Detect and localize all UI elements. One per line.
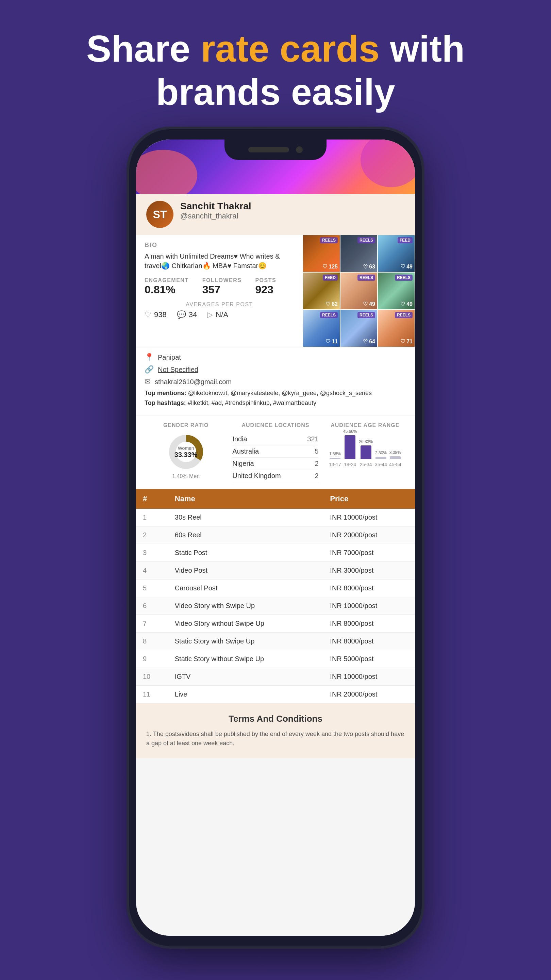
profile-section: ST Sanchit Thakral @sanchit_thakral <box>136 194 415 235</box>
followers-value: 357 <box>202 283 242 296</box>
grid-cell-9: REELS ♡ 71 <box>378 310 415 347</box>
age-bar-13-17: 1.68% 13-17 <box>329 452 341 467</box>
image-grid: REELS ♡ 125 REELS ♡ 63 <box>303 235 415 347</box>
rate-table: # Name Price 130s ReelINR 10000/post260s… <box>136 489 415 703</box>
averages-label: AVERAGES PER POST <box>144 301 294 308</box>
phone-frame: ST Sanchit Thakral @sanchit_thakral BIO … <box>129 129 422 946</box>
rate-table-body: 130s ReelINR 10000/post260s ReelINR 2000… <box>136 509 415 703</box>
analytics-section: GENDER RATIO Women 33.33% <box>136 415 415 489</box>
location-india: India 321 <box>232 433 318 445</box>
location-item: 📍 Panipat <box>144 353 407 362</box>
link-icon: 🔗 <box>144 365 154 374</box>
grid-cell-4: FEED ♡ 62 <box>303 272 340 310</box>
posts-value: 923 <box>255 283 276 296</box>
table-row: 9Static Story without Swipe UpINR 5000/p… <box>136 650 415 668</box>
donut-label: Women 33.33% <box>175 445 198 459</box>
location-list: India 321 Australia 5 Nigeria 2 <box>232 433 318 482</box>
cell-tag-6: REELS <box>395 275 413 281</box>
phone-screen: ST Sanchit Thakral @sanchit_thakral BIO … <box>136 140 415 936</box>
bio-section: BIO A man with Unlimited Dreams♥ Who wri… <box>136 235 303 347</box>
cell-likes-6: ♡ 49 <box>400 301 413 307</box>
avg-likes: ♡ 938 <box>144 310 167 319</box>
email-item: ✉ sthakral2610@gmail.com <box>144 377 407 386</box>
table-row: 260s ReelINR 20000/post <box>136 527 415 544</box>
stat-followers: FOLLOWERS 357 <box>202 277 242 296</box>
cell-likes-3: ♡ 49 <box>400 263 413 270</box>
avatar: ST <box>146 201 173 228</box>
notch-speaker <box>248 147 289 153</box>
grid-cell-7: REELS ♡ 11 <box>303 310 340 347</box>
heart-icon: ♡ <box>144 310 151 319</box>
contact-section: 📍 Panipat 🔗 Not Specified ✉ sthakral2610… <box>136 347 415 415</box>
grid-cell-8: REELS ♡ 64 <box>340 310 378 347</box>
image-row-1: REELS ♡ 125 REELS ♡ 63 <box>303 235 415 272</box>
age-chart-wrapper: 1.68% 13-17 45.66% 18-24 <box>322 433 408 467</box>
image-row-2: FEED ♡ 62 REELS ♡ 49 R <box>303 272 415 310</box>
location-icon: 📍 <box>144 353 154 362</box>
cell-likes-8: ♡ 64 <box>363 338 375 345</box>
rate-table-header: # Name Price <box>136 489 415 509</box>
cell-likes-5: ♡ 49 <box>363 301 375 307</box>
age-chart-bars: 1.68% 13-17 45.66% 18-24 <box>329 433 401 467</box>
stats-row: ENGAGEMENT 0.81% FOLLOWERS 357 POSTS 923 <box>144 277 294 296</box>
cell-likes-4: ♡ 62 <box>326 301 338 307</box>
age-bar-18-24: 45.66% 18-24 <box>343 429 357 467</box>
table-row: 4Video PostINR 3000/post <box>136 562 415 579</box>
image-row-3: REELS ♡ 11 REELS ♡ 64 <box>303 310 415 347</box>
profile-info: Sanchit Thakral @sanchit_thakral <box>180 201 251 221</box>
col-price-header: Price <box>323 489 415 509</box>
gender-ratio-card: GENDER RATIO Women 33.33% <box>143 422 229 482</box>
age-range-card: AUDIENCE AGE RANGE 1.68% 13-17 <box>322 422 408 482</box>
cell-tag-4: FEED <box>323 275 338 281</box>
location-uk: United Kingdom 2 <box>232 470 318 482</box>
averages-section: AVERAGES PER POST ♡ 938 💬 34 <box>144 301 294 319</box>
header-title: Share rate cards with brands easily <box>21 27 530 113</box>
top-mentions: Top mentions: @liketoknow.it, @marykates… <box>144 390 407 397</box>
play-icon: ▷ <box>207 310 213 319</box>
cell-likes-7: ♡ 11 <box>326 338 338 345</box>
not-specified-item: 🔗 Not Specified <box>144 365 407 374</box>
audience-locations-title: AUDIENCE LOCATIONS <box>232 422 318 428</box>
table-row: 8Static Story with Swipe UpINR 8000/post <box>136 633 415 650</box>
content-area: BIO A man with Unlimited Dreams♥ Who wri… <box>136 235 415 347</box>
terms-section: Terms And Conditions 1. The posts/videos… <box>136 703 415 758</box>
cell-tag-7: REELS <box>320 312 338 318</box>
table-row: 7Video Story without Swipe UpINR 8000/po… <box>136 615 415 633</box>
cell-likes-1: ♡ 125 <box>322 263 338 270</box>
location-australia: Australia 5 <box>232 445 318 458</box>
engagement-value: 0.81% <box>144 283 189 296</box>
table-row: 11LiveINR 20000/post <box>136 686 415 703</box>
avg-comments: 💬 34 <box>177 310 197 319</box>
page-background: Share rate cards with brands easily <box>0 0 551 980</box>
donut-container: Women 33.33% 1.40% Men <box>143 433 229 479</box>
profile-name: Sanchit Thakral <box>180 201 251 212</box>
table-row: 5Carousel PostINR 8000/post <box>136 579 415 597</box>
cell-tag-1: REELS <box>320 237 338 243</box>
cell-likes-9: ♡ 71 <box>400 338 413 345</box>
bio-text: A man with Unlimited Dreams♥ Who writes … <box>144 251 294 270</box>
grid-cell-1: REELS ♡ 125 <box>303 235 340 272</box>
table-row: 3Static PostINR 7000/post <box>136 544 415 562</box>
top-hashtags: Top hashtags: #liketkit, #ad, #trendspin… <box>144 399 407 407</box>
screen-content: ST Sanchit Thakral @sanchit_thakral BIO … <box>136 140 415 936</box>
notch-camera <box>296 146 303 153</box>
cell-tag-5: REELS <box>357 275 375 281</box>
age-bar-25-34: 26.33% 25-34 <box>359 439 373 467</box>
col-name-header: Name <box>168 489 324 509</box>
stat-engagement: ENGAGEMENT 0.81% <box>144 277 189 296</box>
gender-men-label: 1.40% Men <box>172 473 200 479</box>
age-bar-35-44: 2.80% 35-44 <box>375 450 387 467</box>
terms-text: 1. The posts/videos shall be published b… <box>146 730 405 748</box>
grid-cell-6: REELS ♡ 49 <box>378 272 415 310</box>
avg-plays: ▷ N/A <box>207 310 228 319</box>
stat-posts: POSTS 923 <box>255 277 276 296</box>
table-row: 10IGTVINR 10000/post <box>136 668 415 686</box>
grid-cell-5: REELS ♡ 49 <box>340 272 378 310</box>
cell-tag-8: REELS <box>357 312 375 318</box>
cell-tag-9: REELS <box>395 312 413 318</box>
phone-notch <box>224 140 327 160</box>
audience-locations-card: AUDIENCE LOCATIONS India 321 Australia 5 <box>232 422 318 482</box>
averages-row: ♡ 938 💬 34 ▷ N/A <box>144 310 294 319</box>
phone-container: ST Sanchit Thakral @sanchit_thakral BIO … <box>129 129 422 946</box>
profile-handle: @sanchit_thakral <box>180 212 251 221</box>
